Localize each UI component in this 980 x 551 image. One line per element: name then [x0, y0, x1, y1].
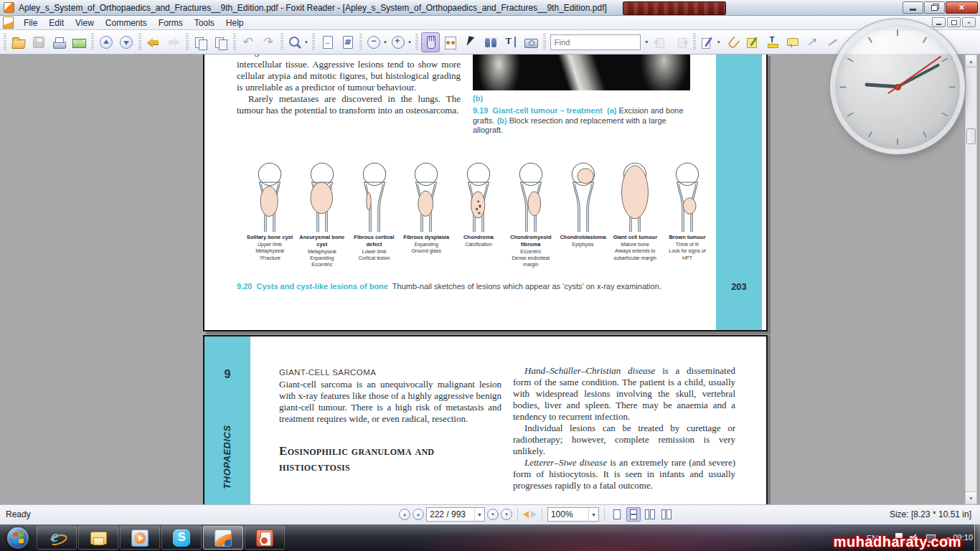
menu-file[interactable]: File	[18, 17, 43, 29]
find-input[interactable]	[553, 37, 638, 47]
doc-minimize-button[interactable]	[932, 17, 946, 27]
fit-width-icon	[319, 34, 335, 50]
zoom-input[interactable]	[548, 509, 588, 519]
taskbar-media-player[interactable]	[120, 526, 160, 550]
figure-caption-9-19: 9.19 Giant-cell tumour – treatment (a) E…	[473, 106, 691, 136]
close-button[interactable]: ✕	[946, 1, 978, 14]
select-annotation-button[interactable]	[461, 32, 480, 52]
dropdown-caret-icon[interactable]: ▼	[383, 40, 387, 44]
taskbar-internet-explorer[interactable]	[37, 526, 77, 550]
insert-pages-button[interactable]	[212, 32, 230, 52]
next-page-button[interactable]: ▼	[487, 509, 499, 520]
menu-forms[interactable]: Forms	[153, 17, 189, 29]
next-view-button[interactable]	[164, 32, 183, 52]
undo-button[interactable]	[239, 32, 258, 52]
open-folder-button[interactable]	[9, 32, 28, 52]
taskbar-skype[interactable]	[161, 526, 202, 550]
attach-note-button[interactable]	[723, 32, 742, 52]
open-folder-icon	[11, 34, 27, 50]
print-button[interactable]	[50, 32, 68, 52]
select-text-button[interactable]	[501, 32, 520, 52]
facing-layout-button[interactable]	[643, 507, 657, 522]
reflow-button[interactable]	[441, 32, 460, 52]
bone-label-line: Metaphyseal	[297, 248, 347, 255]
menu-tools[interactable]: Tools	[189, 17, 220, 29]
continuous-page-icon	[630, 509, 637, 519]
reverse-order-button[interactable]	[192, 32, 210, 52]
page-size-readout: Size: [8.23 * 10.51 in]	[890, 509, 971, 519]
highlight-text-button[interactable]	[763, 32, 782, 52]
menu-items: FileEditViewCommentsFormsToolsHelp	[18, 17, 250, 29]
continuous-facing-layout-button[interactable]	[659, 507, 674, 522]
single-page-icon	[613, 509, 621, 519]
previous-page-button[interactable]: ▲	[413, 509, 424, 520]
page-up-button[interactable]	[97, 32, 116, 52]
next-view-button[interactable]	[531, 511, 537, 518]
dropdown-caret-icon[interactable]: ▼	[407, 40, 412, 44]
previous-view-button[interactable]	[144, 32, 163, 52]
doc-restore-button[interactable]	[947, 17, 961, 27]
previous-view-button[interactable]	[523, 511, 529, 518]
page2-left-column: GIANT-CELL SARCOMA Giant-cell sarcoma is…	[279, 368, 501, 475]
undo-icon	[240, 34, 256, 50]
clock-tick	[949, 86, 956, 88]
find-next-button[interactable]	[672, 32, 690, 52]
bone-outline-drawing	[303, 162, 341, 232]
typewriter-button[interactable]: ▼	[699, 32, 722, 52]
doc-close-button[interactable]: ×	[962, 17, 976, 27]
page-dropdown-caret-icon[interactable]: ▼	[474, 508, 484, 521]
dropdown-caret-icon[interactable]: ▼	[717, 40, 721, 44]
redo-button[interactable]	[259, 32, 278, 52]
lesion-shape	[683, 198, 696, 214]
section-heading-large: Eosinophilic granuloma and histiocytosis	[279, 443, 501, 475]
taskbar-foxit-reader[interactable]	[203, 526, 243, 550]
restore-icon	[931, 5, 938, 11]
page-number-input[interactable]	[427, 509, 474, 519]
fit-width-button[interactable]	[318, 32, 336, 52]
zoom-in-button[interactable]: ▼	[390, 32, 413, 52]
last-page-button[interactable]: ▼	[501, 509, 512, 520]
page-down-button[interactable]	[117, 32, 136, 52]
single-page-layout-button[interactable]	[610, 507, 624, 522]
minimize-button[interactable]	[903, 1, 923, 14]
dropdown-caret-icon[interactable]: ▼	[304, 40, 308, 44]
menu-help[interactable]: Help	[220, 17, 250, 29]
taskbar-windows-explorer[interactable]	[78, 526, 118, 550]
continuous-layout-button[interactable]	[626, 507, 641, 522]
start-button[interactable]	[1, 526, 35, 550]
scroll-up-button[interactable]: ▲	[966, 55, 976, 67]
pencil-note-button[interactable]	[743, 32, 762, 52]
arrow-annotation-button[interactable]	[804, 32, 822, 52]
menu-comments[interactable]: Comments	[100, 17, 153, 29]
comment-button[interactable]	[783, 32, 802, 52]
first-page-button[interactable]: ▲	[399, 509, 410, 520]
zoom-out-button[interactable]: ▼	[365, 32, 388, 52]
snapshot-button[interactable]	[522, 32, 540, 52]
show-desktop-button[interactable]	[974, 524, 980, 551]
find-dropdown-caret-icon[interactable]: ▼	[644, 39, 649, 44]
menu-bar: FileEditViewCommentsFormsToolsHelp ×	[0, 16, 980, 30]
next-view-icon	[166, 34, 182, 50]
zoom-dropdown-caret-icon[interactable]: ▼	[588, 508, 598, 521]
bone-sketch: Chondroma Calcification	[453, 162, 504, 268]
menu-edit[interactable]: Edit	[43, 17, 70, 29]
taskbar-powerpoint[interactable]	[245, 526, 285, 550]
line-annotation-button[interactable]	[824, 32, 842, 52]
restore-button[interactable]	[924, 1, 945, 14]
bone-label-line: Mature bone	[610, 241, 660, 248]
scrollbar-thumb[interactable]	[966, 128, 976, 144]
fit-page-button[interactable]	[338, 32, 357, 52]
chapter-teal-sidebar: 9 THOPAEDICS	[204, 336, 250, 504]
clock-gadget[interactable]	[830, 19, 965, 154]
document-area: background of stromal cells with little …	[0, 55, 980, 504]
scroll-down-button[interactable]: ▼	[966, 491, 976, 504]
email-button[interactable]	[70, 32, 88, 52]
binoculars-button[interactable]	[481, 32, 500, 52]
vertical-scrollbar[interactable]: ▲ ▼	[965, 55, 977, 504]
find-prev-button[interactable]	[651, 32, 670, 52]
zoom-tool-button[interactable]: ▼	[286, 32, 309, 52]
save-button[interactable]	[29, 32, 48, 52]
hand-tool-button[interactable]	[421, 32, 440, 52]
bone-label-title: Fibrous cortical defect	[349, 234, 400, 248]
menu-view[interactable]: View	[70, 17, 100, 29]
